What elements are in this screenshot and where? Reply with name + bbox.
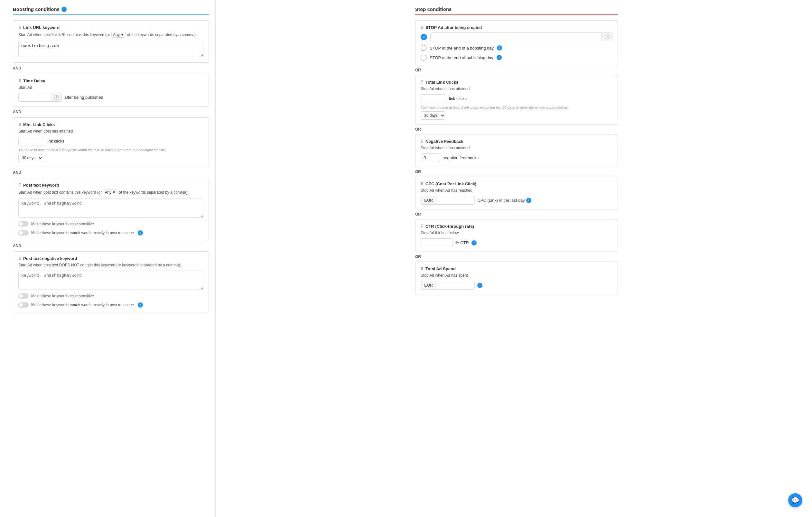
drag-icon-stop-3[interactable]: ⠿ [420,139,424,144]
boosting-header: Boosting conditions i [13,6,209,15]
stop-end-boosting-day-row: STOP at the end of a boosting day i [420,45,612,51]
stop-end-publishing-day-radio[interactable] [420,55,427,60]
post-text-match-words-toggle[interactable]: Make these keywords match words exactly … [18,230,203,236]
stop-panel: Stop conditions ⠿ STOP Ad after being cr… [409,0,625,517]
min-link-clicks-days-select[interactable]: 30 days 7 days 14 days 60 days 90 days [18,154,43,162]
match-words-info-icon[interactable]: i [138,230,143,236]
toggle-track-1 [18,221,29,226]
toggle-thumb-2 [19,231,23,235]
time-delay-header: ⠿ Time Delay [18,79,203,83]
drag-icon-3[interactable]: ⠿ [18,123,21,127]
stop-radio-group: ✓ 🕐 STOP at the end of a boosting day i … [420,32,612,60]
min-link-clicks-desc: Start Ad when post has attained [18,129,203,133]
stop-created-checkbox[interactable]: ✓ [420,34,427,40]
total-ad-spend-input[interactable] [436,281,475,290]
cpc-desc: Stop Ad when Ad has reached [420,188,612,193]
toggle-track-2 [18,230,29,236]
time-delay-input[interactable] [19,93,51,101]
negative-feedback-row: negative feedbacks [420,153,612,162]
stop-end-boosting-day-radio[interactable] [420,45,427,51]
total-link-clicks-desc: Stop Ad when it has attained [420,87,612,91]
stop-end-boosting-day-info-icon[interactable]: i [497,45,502,51]
total-link-clicks-label: link clicks [449,96,467,101]
post-text-neg-match-words-toggle[interactable]: Make these keywords match words exactly … [18,302,203,308]
boosting-panel: Boosting conditions i ⠿ Link URL keyword… [0,0,215,517]
negative-feedback-title: Negative Feedback [426,139,463,144]
post-text-neg-keyword-title: Post text negative keyword [23,256,77,261]
drag-icon-stop-5[interactable]: ⠿ [420,224,424,229]
ctr-header: ⠿ CTR (Click-through rate) [420,224,612,229]
min-link-clicks-title: Min. Link Clicks [23,122,55,127]
ctr-info-icon[interactable]: i [471,240,476,245]
post-text-neg-keyword-desc: Start Ad when post text DOES NOT contain… [18,263,203,267]
stop-after-created-title: STOP Ad after being created [426,25,482,30]
total-link-clicks-hint: You have to have at least 5 link posts w… [420,105,612,110]
negative-feedback-input[interactable] [420,153,440,162]
link-clicks-label: link clicks [47,139,64,144]
cpc-info-icon[interactable]: i [526,198,531,203]
post-text-keyword-header: ⠿ Post text keyword [18,183,203,188]
chat-button[interactable]: 💬 [788,493,802,507]
post-text-keyword-title: Post text keyword [23,183,59,188]
total-link-clicks-card: ⠿ Total Link Clicks Stop Ad when it has … [415,75,618,124]
post-text-any-dropdown[interactable]: Any ▼ [103,189,117,195]
post-text-keyword-card: ⠿ Post text keyword Start Ad when post t… [13,178,209,240]
total-ad-spend-title: Total Ad Spend [426,266,456,271]
ctr-input[interactable] [420,238,453,247]
stop-datetime-clock-icon[interactable]: 🕐 [602,33,612,41]
total-ad-spend-desc: Stop Ad when Ad has spent [420,273,612,278]
negative-feedback-desc: Stop Ad when it has attained [420,146,612,150]
link-url-desc-before: Start Ad when post link URL contains thi… [18,32,110,37]
stop-header: Stop conditions [415,6,618,15]
min-link-clicks-input[interactable] [18,137,44,145]
drag-icon-stop-1[interactable]: ⠿ [420,25,424,30]
total-link-clicks-title: Total Link Clicks [426,80,458,85]
total-link-clicks-input[interactable] [420,94,446,103]
or-5: OR [415,254,618,259]
or-2: OR [415,127,618,131]
and-1: AND [13,66,209,70]
total-ad-spend-eur-prefix: EUR [420,281,436,290]
link-url-textarea[interactable]: boosterberg.com [18,41,203,57]
post-text-keyword-textarea[interactable] [18,199,203,218]
cpc-eur-prefix: EUR [420,196,436,205]
drag-icon-4[interactable]: ⠿ [18,183,21,188]
post-text-neg-keyword-textarea[interactable] [18,271,203,290]
drag-icon-2[interactable]: ⠿ [18,79,21,83]
post-text-neg-case-sensitive-toggle[interactable]: Make these keywords case sensitive [18,294,203,299]
total-ad-spend-input-row: EUR i [420,281,612,290]
min-link-clicks-row: link clicks [18,137,203,145]
drag-icon-stop-2[interactable]: ⠿ [420,80,424,85]
toggle-thumb-3 [19,294,23,298]
stop-end-publishing-day-info-icon[interactable]: i [497,55,502,60]
time-delay-card: ⠿ Time Delay Start Ad 🕐 after being publ… [13,74,209,107]
toggle-thumb-1 [19,222,23,226]
drag-icon-stop-6[interactable]: ⠿ [420,267,424,271]
ctr-title: CTR (Click-through rate) [426,224,474,229]
or-4: OR [415,212,618,216]
match-words-neg-info-icon[interactable]: i [138,302,143,308]
post-text-case-sensitive-toggle[interactable]: Make these keywords case sensitive [18,221,203,226]
post-text-toggles: Make these keywords case sensitive Make … [18,219,203,236]
stop-end-publishing-day-row: STOP at the end of publishing day i [420,55,612,60]
link-url-desc-after: of the keywords separated by a comma): [127,32,197,37]
cpc-input[interactable] [436,196,475,205]
drag-icon-stop-4[interactable]: ⠿ [420,182,424,186]
stop-end-boosting-day-label: STOP at the end of a boosting day [430,46,494,51]
drag-icon[interactable]: ⠿ [18,25,21,30]
link-url-any-dropdown[interactable]: Any ▼ [111,32,126,38]
post-text-keyword-desc: Start Ad when post text contains this ke… [18,189,203,195]
total-ad-spend-info-icon[interactable]: i [477,283,483,288]
post-text-neg-toggles: Make these keywords case sensitive Make … [18,291,203,308]
boosting-info-icon[interactable]: i [61,7,67,12]
stop-datetime-input[interactable] [431,33,602,41]
cpc-suffix-label: CPC (Link) in the last day [477,198,525,203]
stop-created-radio-row: ✓ 🕐 [420,32,612,41]
link-url-keyword-title: Link URL keyword [23,25,60,30]
time-delay-after-text: after being published [64,95,103,100]
link-url-keyword-header: ⠿ Link URL keyword [18,25,203,30]
time-clock-icon[interactable]: 🕐 [51,93,61,101]
negative-feedback-card: ⠿ Negative Feedback Stop Ad when it has … [415,134,618,167]
total-link-clicks-days-select[interactable]: 30 days 7 days 14 days 60 days 90 days [420,111,445,120]
drag-icon-5[interactable]: ⠿ [18,256,21,261]
